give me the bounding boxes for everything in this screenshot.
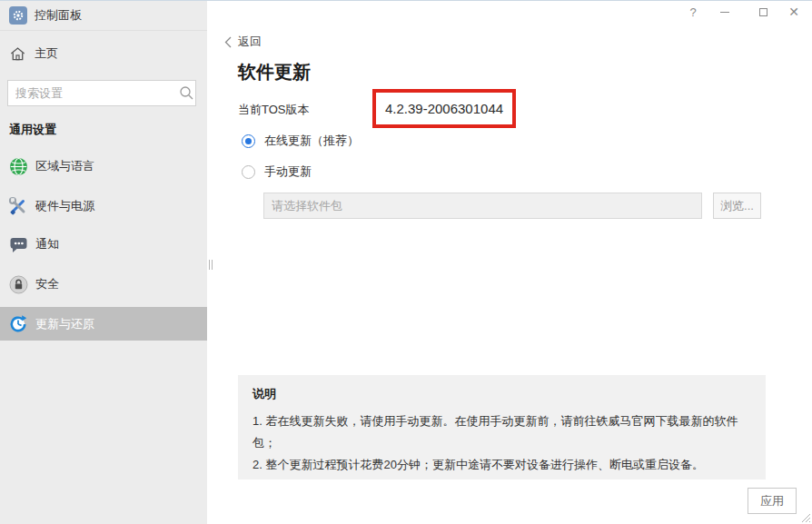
sidebar-item-label: 安全 xyxy=(35,276,59,292)
browse-button[interactable]: 浏览... xyxy=(713,193,761,219)
sidebar-item-hardware-power[interactable]: 硬件与电源 xyxy=(0,186,207,226)
sidebar-item-security[interactable]: 安全 xyxy=(0,264,207,304)
sidebar-item-label: 区域与语言 xyxy=(35,158,94,174)
help-button[interactable]: ? xyxy=(682,3,704,21)
page-title: 软件更新 xyxy=(238,60,311,84)
lock-icon xyxy=(8,274,28,294)
sidebar-item-label: 主页 xyxy=(35,45,58,62)
search-box xyxy=(7,80,196,106)
chat-bubble-icon xyxy=(8,234,28,254)
close-button[interactable]: ✕ xyxy=(783,3,805,21)
sidebar-item-region-language[interactable]: 区域与语言 xyxy=(0,146,207,186)
sidebar-section-general: 通用设置 xyxy=(9,122,56,138)
sidebar-item-label: 更新与还原 xyxy=(35,316,94,332)
maximize-icon xyxy=(759,8,767,16)
version-highlight-box: 4.2.39-2006301044 xyxy=(372,89,516,128)
radio-manual-update[interactable]: 手动更新 xyxy=(242,163,312,180)
back-label: 返回 xyxy=(238,34,262,50)
radio-online-update[interactable]: 在线更新（推荐） xyxy=(242,133,359,149)
sidebar-item-notifications[interactable]: 通知 xyxy=(0,224,207,264)
update-restore-icon xyxy=(8,314,28,334)
globe-icon xyxy=(8,156,28,176)
note-title: 说明 xyxy=(253,386,751,402)
search-input[interactable] xyxy=(8,86,179,100)
resize-grip[interactable] xyxy=(797,509,810,522)
note-box: 说明 1. 若在线更新失败，请使用手动更新。在使用手动更新前，请前往铁威马官网下… xyxy=(238,375,766,480)
gear-icon xyxy=(9,6,27,25)
radio-selected-icon[interactable] xyxy=(242,134,255,148)
close-icon: ✕ xyxy=(788,5,799,19)
help-icon: ? xyxy=(689,5,696,19)
note-line-2: 2. 整个更新过程预计花费20分钟；更新中途请不要对设备进行操作、断电或重启设备… xyxy=(253,454,751,476)
sidebar-item-update-restore[interactable]: 更新与还原 xyxy=(0,307,207,341)
radio-unselected-icon[interactable] xyxy=(242,165,255,179)
sidebar: 控制面板 主页 通用设置 xyxy=(0,1,207,524)
minimize-icon xyxy=(720,12,729,13)
apply-button[interactable]: 应用 xyxy=(748,488,797,514)
minimize-button[interactable] xyxy=(714,3,736,21)
sidebar-item-label: 硬件与电源 xyxy=(35,198,94,214)
app-title: 控制面板 xyxy=(35,7,82,24)
search-icon[interactable] xyxy=(179,85,194,101)
radio-manual-label: 手动更新 xyxy=(264,163,312,180)
sidebar-item-home[interactable]: 主页 xyxy=(0,41,207,66)
back-chevron-icon xyxy=(224,36,232,48)
version-label: 当前TOS版本 xyxy=(238,102,310,118)
maximize-button[interactable] xyxy=(752,3,774,21)
tools-icon xyxy=(8,196,28,216)
sidebar-splitter-handle[interactable] xyxy=(209,257,214,267)
back-button[interactable]: 返回 xyxy=(224,34,262,50)
radio-online-label: 在线更新（推荐） xyxy=(264,133,359,149)
control-panel-window: { "titlebar": { "app_title": "控制面板", "he… xyxy=(0,0,812,524)
version-value: 4.2.39-2006301044 xyxy=(385,101,503,116)
app-titlebar: 控制面板 xyxy=(0,1,207,31)
sidebar-item-label: 通知 xyxy=(35,236,59,252)
package-path-input[interactable] xyxy=(263,193,702,219)
note-line-1: 1. 若在线更新失败，请使用手动更新。在使用手动更新前，请前往铁威马官网下载最新… xyxy=(253,410,751,454)
home-icon xyxy=(9,45,26,63)
